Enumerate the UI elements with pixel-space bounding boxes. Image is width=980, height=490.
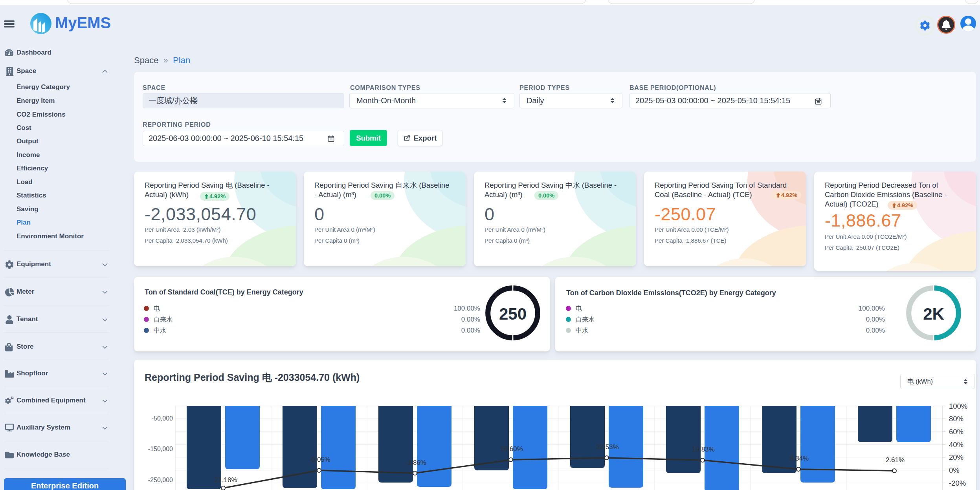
svg-text:22.53%: 22.53% (596, 443, 619, 451)
svg-text:0%: 0% (949, 466, 960, 474)
svg-text:-20%: -20% (949, 479, 966, 487)
svg-text:-50,000: -50,000 (152, 415, 173, 422)
svg-text:-150,000: -150,000 (148, 446, 173, 452)
svg-text:100%: 100% (949, 402, 967, 410)
svg-text:40%: 40% (949, 441, 963, 449)
svg-text:-0.05%: -0.05% (309, 456, 330, 463)
svg-text:20%: 20% (949, 453, 963, 461)
svg-text:-3.86%: -3.86% (405, 459, 426, 466)
svg-text:19.83%: 19.83% (692, 446, 715, 453)
svg-text:80%: 80% (949, 415, 963, 423)
svg-text:16.60%: 16.60% (500, 445, 523, 453)
svg-text:2.61%: 2.61% (886, 456, 905, 464)
svg-text:-250,000: -250,000 (148, 477, 173, 483)
svg-text:60%: 60% (949, 428, 963, 436)
svg-text:-21.18%: -21.18% (212, 476, 237, 484)
svg-text:8.34%: 8.34% (790, 455, 809, 462)
